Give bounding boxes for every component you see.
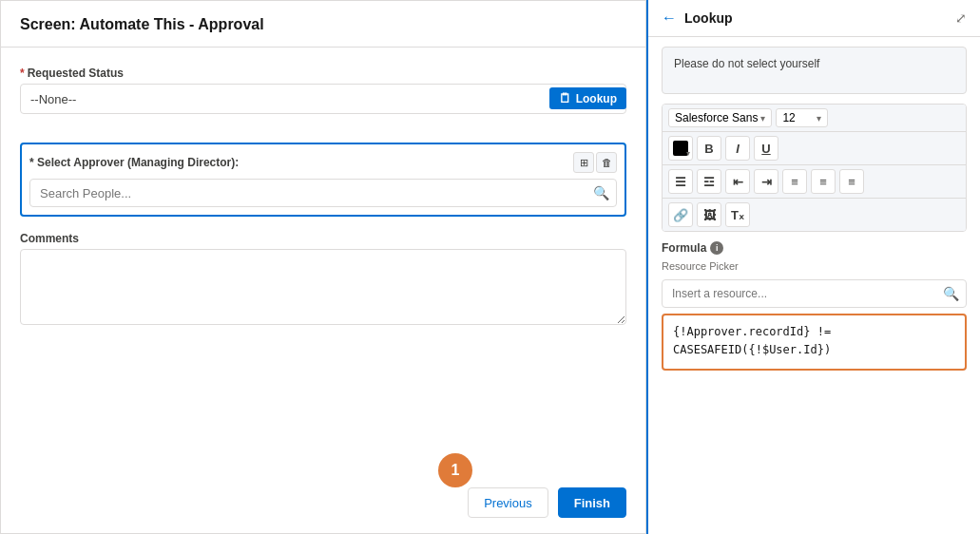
approver-label: * Select Approver (Managing Director): [29,156,239,169]
search-icon: 🔍 [593,185,609,200]
color-arrow: ▾ [686,149,690,158]
align-center-button[interactable]: ≡ [811,169,836,194]
right-panel-title: Lookup [684,10,733,26]
formula-label: Formula i [662,241,967,255]
notice-box: Please do not select yourself [662,47,967,94]
font-size-label: 12 [782,111,795,124]
callout-circle: 1 [438,453,472,487]
indent-decrease-button[interactable]: ⇤ [725,169,750,194]
align-left-button[interactable]: ≡ [782,169,807,194]
lookup-badge-label: Lookup [576,92,617,105]
text-color-button[interactable]: ▾ [668,136,693,161]
requested-status-select-wrapper: --None-- ▾ [20,84,626,114]
approver-move-icon[interactable]: ⊞ [573,152,594,173]
resource-search-icon: 🔍 [943,286,959,301]
clear-format-button[interactable]: Tₓ [725,202,750,227]
link-button[interactable]: 🔗 [668,202,693,227]
form-footer: Previous Finish [1,472,645,533]
indent-increase-button[interactable]: ⇥ [754,169,778,194]
right-panel-header: ← Lookup ⤢ [648,0,980,37]
formula-line2: CASESAFEID({!$User.Id}) [673,341,955,359]
approver-delete-icon[interactable]: 🗑 [596,152,617,173]
formula-info-icon[interactable]: i [710,241,723,255]
resource-input-wrapper: 🔍 [662,279,967,308]
approver-icons: ⊞ 🗑 [573,152,617,173]
lookup-badge[interactable]: 🗒 Lookup [549,87,626,109]
finish-button[interactable]: Finish [558,487,626,518]
expand-icon[interactable]: ⤢ [955,10,967,26]
approver-field-wrapper: * Select Approver (Managing Director): ⊞… [20,143,626,217]
approver-label-row: * Select Approver (Managing Director): ⊞… [29,152,617,173]
right-header-left: ← Lookup [662,10,733,27]
toolbar-format-row1: ▾ B I U [663,132,966,165]
comments-label: Comments [20,232,626,245]
comments-textarea[interactable] [20,249,626,325]
screen-title: Screen: Automate This - Approval [1,1,645,48]
requested-status-select[interactable]: --None-- [20,84,626,114]
align-right-button[interactable]: ≡ [839,169,864,194]
rich-text-toolbar: Salesforce Sans ▾ 12 ▾ ▾ B I U [662,104,967,232]
font-family-label: Salesforce Sans [675,111,758,124]
toolbar-format-row2: ☰ ☲ ⇤ ⇥ ≡ ≡ ≡ [663,165,966,199]
resource-picker-label: Resource Picker [662,260,967,272]
required-star: * [20,67,25,80]
approver-field-group: * Select Approver (Managing Director): ⊞… [20,143,626,217]
search-input-wrapper: 🔍 [29,179,617,207]
underline-button[interactable]: U [754,136,778,161]
formula-line1: {!Approver.recordId} != [673,323,955,341]
bullet-list-button[interactable]: ☰ [668,169,693,194]
italic-button[interactable]: I [725,136,750,161]
bold-button[interactable]: B [697,136,721,161]
font-family-arrow: ▾ [760,113,765,124]
previous-button[interactable]: Previous [468,487,548,518]
resource-picker-input[interactable] [662,279,967,308]
font-size-select[interactable]: 12 ▾ [776,108,828,127]
requested-status-label: * Requested Status [20,67,626,80]
right-panel-content: Please do not select yourself Salesforce… [648,37,980,534]
toolbar-format-row3: 🔗 🖼 Tₓ [663,199,966,231]
font-family-select[interactable]: Salesforce Sans ▾ [668,108,772,127]
image-button[interactable]: 🖼 [697,202,721,227]
numbered-list-button[interactable]: ☲ [697,169,721,194]
formula-code-box[interactable]: {!Approver.recordId} != CASESAFEID({!$Us… [662,314,967,371]
formula-section: Formula i Resource Picker 🔍 {!Approver.r… [662,241,967,371]
back-arrow-icon[interactable]: ← [662,10,677,27]
font-size-arrow: ▾ [817,113,821,124]
search-people-input[interactable] [29,179,617,207]
toolbar-font-row: Salesforce Sans ▾ 12 ▾ [663,105,966,132]
comments-field-group: Comments [20,232,626,328]
lookup-badge-icon: 🗒 [559,91,571,105]
